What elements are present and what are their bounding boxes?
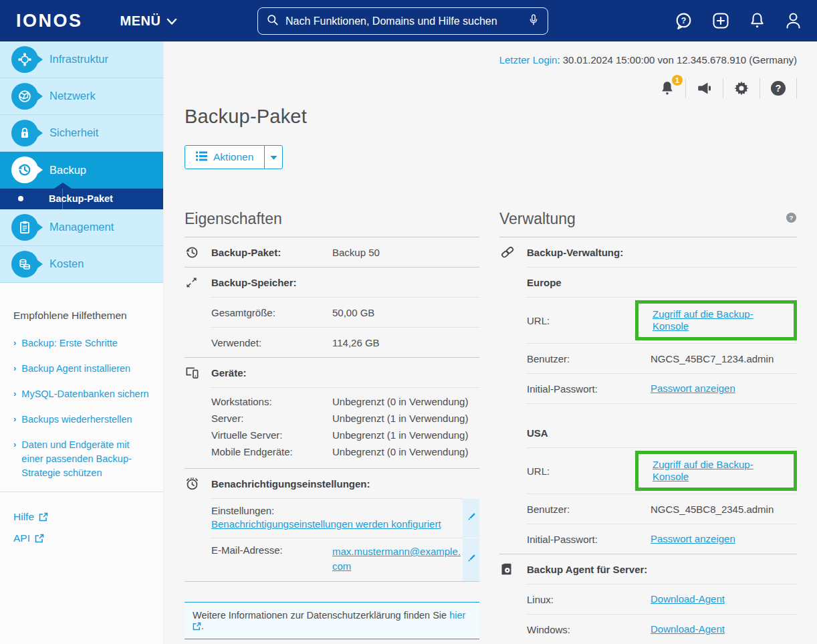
actions-dropdown-toggle[interactable] <box>264 146 282 169</box>
backup-konsole-link-usa[interactable]: Zugriff auf die Backup-Konsole <box>653 459 753 482</box>
help-link-agent-installieren[interactable]: ›Backup Agent installieren <box>13 362 150 376</box>
help-link-backup-strategie[interactable]: ›Daten und Endgeräte mit einer passenden… <box>13 438 150 480</box>
help-link-erste-schritte[interactable]: ›Backup: Erste Schritte <box>13 336 150 350</box>
expand-arrows-icon <box>185 276 211 290</box>
windows-row: Windows: Download-Agent <box>499 615 797 644</box>
sidebar: Infrastruktur Netzwerk Sicherheit Backup… <box>0 41 164 644</box>
backup-verwaltung-row: Backup-Verwaltung: <box>499 237 797 267</box>
menu-label: MENÜ <box>120 13 161 29</box>
divider <box>796 78 797 98</box>
verwendet-row: Verwendet: 114,26 GB <box>185 328 479 357</box>
sidebar-item-backup[interactable]: Backup <box>0 152 163 189</box>
network-icon <box>11 83 38 110</box>
api-link[interactable]: API <box>13 532 150 544</box>
announcements-megaphone-icon[interactable] <box>686 80 723 97</box>
devices-icon <box>185 365 211 381</box>
server-row: Server:Unbegrenzt (1 in Verwendung) <box>185 410 479 427</box>
external-link-icon <box>35 534 44 543</box>
email-row: E-Mail-Adresse: max.mustermann@example.c… <box>185 538 479 581</box>
highlight-box: Zugriff auf die Backup-Konsole <box>635 451 797 491</box>
lock-icon <box>11 120 38 146</box>
notifications-icon[interactable] <box>748 11 766 30</box>
backup-history-icon <box>185 245 211 260</box>
help-link-mysql-sichern[interactable]: ›MySQL-Datenbanken sichern <box>13 387 150 401</box>
backup-clock-icon <box>11 156 38 183</box>
backup-paket-row: Backup-Paket: Backup 50 <box>185 237 479 267</box>
help-link-wiederherstellen[interactable]: ›Backups wiederherstellen <box>13 413 150 427</box>
sidebar-subitem-label: Backup-Paket <box>49 193 113 204</box>
sidebar-item-kosten[interactable]: Kosten <box>0 246 163 283</box>
notifications-bell-icon[interactable]: 1 <box>649 80 685 98</box>
svg-text:?: ? <box>681 16 687 25</box>
page-toolbar: 1 ? <box>185 77 797 100</box>
backup-konsole-link-europe[interactable]: Zugriff auf die Backup-Konsole <box>653 308 753 332</box>
edit-email-button[interactable] <box>463 538 479 581</box>
search-input[interactable] <box>285 15 528 27</box>
download-agent-linux-link[interactable]: Download-Agent <box>651 593 725 605</box>
settings-gear-icon[interactable] <box>723 80 760 97</box>
eigenschaften-section: Eigenschaften Backup-Paket: Backup 50 Ba… <box>185 210 479 644</box>
divider <box>0 492 163 492</box>
actions-split-button[interactable]: Aktionen <box>185 145 283 169</box>
tree-line <box>62 189 63 209</box>
help-chat-icon[interactable]: ? <box>674 11 693 31</box>
hier-link[interactable]: hier <box>449 610 465 621</box>
add-product-icon[interactable] <box>711 11 730 30</box>
last-login-label[interactable]: Letzter Login <box>499 54 558 66</box>
sidebar-item-label: Management <box>49 221 114 233</box>
virtuelle-server-row: Virtuelle Server:Unbegrenzt (1 in Verwen… <box>185 427 479 443</box>
verwaltung-title: Verwaltung <box>499 210 576 228</box>
help-circle-icon[interactable]: ? <box>760 80 796 97</box>
verwaltung-section: Verwaltung ? Backup-Verwaltung: Europe <box>499 210 797 644</box>
edit-einstellungen-button[interactable] <box>463 499 479 538</box>
workstations-row: Workstations:Unbegrenzt (0 in Verwendung… <box>185 393 479 410</box>
svg-text:?: ? <box>789 214 793 221</box>
einstellungen-row: Einstellungen: Benachrichtigungseinstell… <box>185 499 479 538</box>
sidebar-subitem-backup-paket[interactable]: Backup-Paket <box>0 189 163 209</box>
sidebar-footer: Hilfe API <box>0 492 163 644</box>
sidebar-item-label: Kosten <box>49 257 84 270</box>
page-title: Backup-Paket <box>185 106 797 128</box>
list-icon <box>196 151 207 164</box>
backup-speicher-row: Backup-Speicher: <box>185 267 479 297</box>
geraete-row: Geräte: <box>185 358 479 387</box>
sidebar-item-sicherheit[interactable]: Sicherheit <box>0 115 163 152</box>
microphone-icon[interactable] <box>528 13 540 30</box>
passwort-row-europe: Initial-Passwort: Passwort anzeigen <box>499 374 797 403</box>
pencil-icon <box>466 512 477 525</box>
actions-button[interactable]: Aktionen <box>185 146 264 169</box>
infrastructure-icon <box>11 46 38 73</box>
sidebar-item-infrastruktur[interactable]: Infrastruktur <box>0 41 163 78</box>
passwort-row-usa: Initial-Passwort: Passwort anzeigen <box>499 524 797 554</box>
region-row-usa: USA <box>499 418 797 447</box>
sidebar-item-netzwerk[interactable]: Netzwerk <box>0 78 163 115</box>
top-navbar: IONOS MENÜ ? <box>0 0 817 41</box>
hilfe-link[interactable]: Hilfe <box>13 511 150 523</box>
account-icon[interactable] <box>784 11 802 30</box>
search-icon <box>266 13 279 29</box>
global-search <box>257 7 548 35</box>
sidebar-item-management[interactable]: Management <box>0 209 163 246</box>
chevron-down-icon <box>270 151 277 163</box>
backup-agent-row: Backup Agent für Server: <box>499 554 797 584</box>
header-icon-group: ? <box>674 0 802 41</box>
email-link[interactable]: max.mustermann@example.com <box>332 544 463 574</box>
sidebar-item-label: Sicherheit <box>49 126 98 139</box>
passwort-anzeigen-link-usa[interactable]: Passwort anzeigen <box>651 533 735 544</box>
mobile-endgeraete-row: Mobile Endgeräte:Unbegrenzt (0 in Verwen… <box>185 443 479 460</box>
section-help-icon[interactable]: ? <box>786 212 797 226</box>
passwort-anzeigen-link-europe[interactable]: Passwort anzeigen <box>651 383 735 394</box>
external-link-icon <box>193 622 201 631</box>
sidebar-item-label: Infrastruktur <box>49 53 108 66</box>
chevron-right-icon: › <box>13 438 16 480</box>
einstellungen-link[interactable]: Benachrichtigungseinstellungen werden ko… <box>211 518 441 530</box>
notification-badge: 1 <box>672 75 683 86</box>
alarm-clock-icon <box>185 476 211 492</box>
download-agent-windows-link[interactable]: Download-Agent <box>651 623 725 635</box>
actions-button-label: Aktionen <box>213 151 253 163</box>
menu-button[interactable]: MENÜ <box>120 13 178 29</box>
datenschutz-infobox: Weitere Informationen zur Datenschutzerk… <box>185 602 479 639</box>
disc-agent-icon <box>499 562 527 576</box>
ionos-logo[interactable]: IONOS <box>16 11 83 31</box>
sidebar-item-label: Backup <box>49 164 86 177</box>
